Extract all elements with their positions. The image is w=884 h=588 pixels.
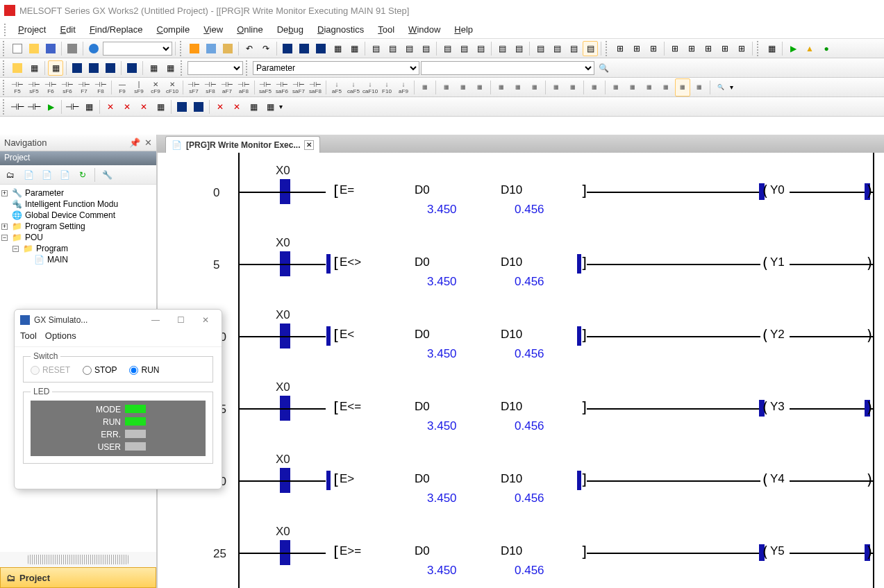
tb-button[interactable]: ▤ bbox=[418, 41, 433, 56]
fn-saF7[interactable]: ⊣⊢saF7 bbox=[291, 78, 306, 96]
nav-splitter[interactable] bbox=[28, 555, 128, 564]
tb-button[interactable]: ▤ bbox=[456, 41, 472, 56]
ladder-diagram[interactable]: X00[E=D03.450D100.456](Y0)X05[E<>D03.450… bbox=[157, 153, 884, 588]
tb-grip[interactable] bbox=[3, 80, 7, 95]
tb-button[interactable]: ▦ bbox=[494, 78, 509, 96]
tb-button[interactable]: ▦ bbox=[642, 78, 657, 96]
menu-view[interactable]: View bbox=[197, 23, 230, 36]
new-button[interactable] bbox=[10, 41, 25, 56]
menu-debug[interactable]: Debug bbox=[270, 23, 310, 36]
sim-menu-tool[interactable]: Tool bbox=[20, 330, 37, 346]
dev-button[interactable] bbox=[280, 41, 295, 56]
tb-button[interactable]: ▦ bbox=[162, 60, 178, 76]
fn-caF10[interactable]: ↓caF10 bbox=[362, 78, 378, 96]
paste-button[interactable] bbox=[220, 41, 235, 56]
rung-25[interactable]: X025[E>=D03.450D100.456](Y5) bbox=[158, 521, 884, 588]
tb-button[interactable]: ⊞ bbox=[646, 41, 661, 56]
tb-grip[interactable] bbox=[181, 60, 185, 76]
fn-saF8[interactable]: ⊣⊢saF8 bbox=[308, 78, 323, 96]
tb-button[interactable]: ⊣⊢ bbox=[26, 99, 42, 115]
tb-button[interactable] bbox=[10, 60, 25, 76]
tb-button[interactable]: ▤ bbox=[401, 41, 417, 56]
tb-button[interactable] bbox=[124, 60, 140, 76]
fn-F5[interactable]: ⊣⊢F5 bbox=[10, 78, 25, 96]
radio-run[interactable]: RUN bbox=[129, 365, 159, 375]
fn-aF5[interactable]: ↓aF5 bbox=[329, 78, 344, 96]
tb-button[interactable]: ▤ bbox=[494, 41, 510, 56]
tb-button[interactable]: ⊞ bbox=[667, 41, 683, 56]
open-button[interactable] bbox=[26, 41, 42, 56]
dev-button[interactable] bbox=[313, 41, 328, 56]
tb-button[interactable]: ▦ bbox=[417, 78, 433, 96]
tb-button[interactable]: ⊞ bbox=[629, 41, 644, 56]
copy-button[interactable] bbox=[203, 41, 219, 56]
tb-button[interactable]: ▤ bbox=[533, 41, 548, 56]
menu-diagnostics[interactable]: Diagnostics bbox=[310, 23, 371, 36]
tb-button[interactable]: ▦ bbox=[26, 60, 42, 76]
rung-10[interactable]: X010[E<D03.450D100.456](Y2) bbox=[158, 304, 884, 376]
tree-item-pou[interactable]: −📁POU bbox=[1, 232, 155, 243]
tb-button[interactable]: ▦ bbox=[587, 78, 602, 96]
tb-button[interactable]: ✕ bbox=[136, 99, 151, 115]
tb-button[interactable]: ▤ bbox=[511, 41, 526, 56]
tb-button[interactable]: ▦ bbox=[764, 41, 779, 56]
tb-button[interactable]: ▦ bbox=[262, 99, 278, 115]
tb-button[interactable]: ▦ bbox=[565, 78, 581, 96]
fn-caF5[interactable]: ↓caF5 bbox=[346, 78, 361, 96]
fn-cF10[interactable]: ✕cF10 bbox=[165, 78, 180, 96]
simulator-window[interactable]: GX Simulato... — ☐ ✕ Tool Options Switch… bbox=[14, 309, 222, 489]
fn-sF5[interactable]: ⊣⊢sF5 bbox=[26, 78, 42, 96]
tb-button[interactable]: ▦ bbox=[692, 78, 707, 96]
close-icon[interactable]: ✕ bbox=[144, 137, 152, 148]
fn-F7[interactable]: ⊣⊢F7 bbox=[76, 78, 92, 96]
tb-button[interactable]: ▦ bbox=[658, 78, 674, 96]
tb-button[interactable]: ▤ bbox=[385, 41, 400, 56]
fn-F8[interactable]: ⊣⊢F8 bbox=[93, 78, 108, 96]
tb-button[interactable] bbox=[174, 99, 190, 115]
toolbar-combo-3[interactable] bbox=[421, 61, 594, 75]
parameter-combo[interactable]: Parameter bbox=[253, 61, 419, 75]
tb-button[interactable]: ▦ bbox=[439, 78, 454, 96]
tb-button[interactable] bbox=[69, 60, 85, 76]
tb-button[interactable]: ▤ bbox=[440, 41, 455, 56]
tb-button[interactable]: ▦ bbox=[472, 78, 487, 96]
stop-icon[interactable]: ● bbox=[819, 41, 834, 56]
tree-item-parameter[interactable]: +🔧Parameter bbox=[1, 187, 155, 199]
fn-F9[interactable]: —F9 bbox=[115, 78, 130, 96]
rung-20[interactable]: X020[E>D03.450D100.456](Y4) bbox=[158, 448, 884, 521]
tb-button[interactable]: ▤ bbox=[473, 41, 488, 56]
fn-aF7[interactable]: ⊣⊢aF7 bbox=[219, 78, 235, 96]
tb-grip[interactable] bbox=[3, 41, 7, 56]
nav-tb-button[interactable]: 📄 bbox=[57, 167, 72, 183]
fn-sF8[interactable]: ⊣⊢sF8 bbox=[203, 78, 218, 96]
tb-button[interactable]: ▦ bbox=[549, 78, 564, 96]
dev-button[interactable] bbox=[297, 41, 312, 56]
tb-button[interactable]: ⊣⊢ bbox=[65, 99, 80, 115]
tb-button[interactable]: ▦ bbox=[246, 99, 261, 115]
cut-button[interactable] bbox=[187, 41, 202, 56]
save-button[interactable] bbox=[43, 41, 58, 56]
sim-title-bar[interactable]: GX Simulato... — ☐ ✕ bbox=[15, 310, 222, 330]
menu-window[interactable]: Window bbox=[401, 23, 447, 36]
nav-project-button[interactable]: 🗂 Project bbox=[0, 567, 156, 588]
radio-stop[interactable]: STOP bbox=[83, 365, 117, 375]
tree-item-main[interactable]: 📄MAIN bbox=[1, 254, 155, 265]
tb-button[interactable]: ⊞ bbox=[684, 41, 699, 56]
fn-aF8[interactable]: ⊣⊢aF8 bbox=[236, 78, 251, 96]
tb-button[interactable]: ✕ bbox=[103, 99, 118, 115]
menu-project[interactable]: Project bbox=[11, 23, 53, 36]
maximize-icon[interactable]: ☐ bbox=[170, 315, 191, 325]
tree-item-ps[interactable]: +📁Program Setting bbox=[1, 221, 155, 232]
tb-button[interactable]: ▦ bbox=[527, 78, 542, 96]
fn-sF9[interactable]: |sF9 bbox=[131, 78, 147, 96]
warning-icon[interactable]: ▲ bbox=[802, 41, 817, 56]
tb-grip[interactable] bbox=[246, 60, 250, 76]
tb-button[interactable]: ▤ bbox=[368, 41, 383, 56]
radio-reset[interactable]: RESET bbox=[31, 365, 70, 375]
tb-grip[interactable] bbox=[180, 41, 184, 56]
tb-button[interactable]: ⊣⊢ bbox=[10, 99, 25, 115]
nav-tb-button[interactable]: 🔧 bbox=[99, 167, 115, 183]
run-icon[interactable]: ▶ bbox=[785, 41, 801, 56]
tb-button-active[interactable]: ▦ bbox=[48, 60, 63, 76]
tb-button[interactable]: ▦ bbox=[330, 41, 345, 56]
